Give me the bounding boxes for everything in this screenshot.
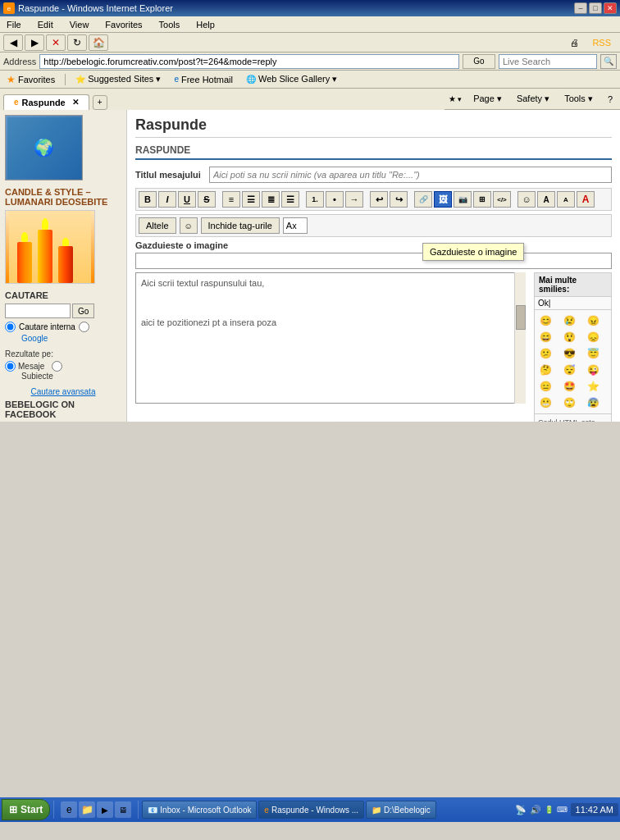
media-quick-icon[interactable]: ▶ — [97, 801, 113, 818]
align-right-button[interactable]: ≣ — [262, 191, 280, 208]
smiley-4[interactable]: 😄 — [538, 330, 553, 345]
add-favorites-icon[interactable]: ★▾ — [444, 94, 466, 104]
bold-button[interactable]: B — [139, 191, 157, 208]
smiley-5[interactable]: 😲 — [562, 330, 577, 345]
smiley-14[interactable]: 🤩 — [562, 379, 577, 394]
ie-search-input[interactable] — [499, 54, 597, 69]
smiles-button[interactable]: ☺ — [517, 191, 536, 208]
code-button[interactable]: </> — [493, 191, 511, 208]
safety-button[interactable]: Safety ▾ — [509, 90, 557, 108]
menu-help[interactable]: Help — [193, 18, 218, 31]
folder-quick-icon[interactable]: 📁 — [79, 801, 95, 818]
address-go-button[interactable]: Go — [463, 54, 495, 69]
editor-scrollbar[interactable] — [514, 272, 526, 404]
list-ol-button[interactable]: 1. — [306, 191, 324, 208]
indent-button[interactable]: → — [345, 191, 363, 208]
smiley-15[interactable]: ⭐ — [586, 379, 600, 394]
raspunde-label: RASPUNDE — [135, 144, 612, 160]
smiley-7[interactable]: 😕 — [538, 346, 553, 361]
redo-button[interactable]: ↪ — [390, 191, 408, 208]
justify-button[interactable]: ☰ — [281, 191, 299, 208]
show-desktop-icon[interactable]: 🖥 — [115, 801, 131, 818]
page-button[interactable]: Page ▾ — [466, 90, 509, 108]
outlook-taskbar-btn[interactable]: 📧 Inbox - Microsoft Outlook — [142, 801, 257, 819]
print-button[interactable]: 🖨 — [564, 34, 585, 51]
address-input[interactable] — [39, 54, 459, 69]
fb-link[interactable]: Bebelogic-Jucarii Din Lemn — [5, 421, 121, 422]
menu-view[interactable]: View — [66, 18, 93, 31]
stop-button[interactable]: ✕ — [46, 34, 66, 51]
ie-search-button[interactable]: 🔍 — [600, 54, 617, 69]
align-left-button[interactable]: ≡ — [222, 191, 240, 208]
forward-button[interactable]: ▶ — [25, 34, 44, 51]
sidebar-search-go[interactable]: Go — [72, 304, 94, 318]
table-button[interactable]: ⊞ — [473, 191, 491, 208]
ie-quick-icon[interactable]: e — [61, 801, 77, 818]
candle-image[interactable] — [5, 210, 95, 284]
smiley-6[interactable]: 😞 — [586, 330, 600, 345]
smiley-17[interactable]: 🙄 — [562, 395, 577, 410]
inchide-tag-button[interactable]: Inchide tag-urile — [201, 217, 280, 234]
tag-input[interactable] — [283, 217, 308, 234]
smiley-16[interactable]: 😬 — [538, 395, 553, 410]
smiley-3[interactable]: 😠 — [586, 313, 600, 328]
menu-favorites[interactable]: Favorites — [102, 18, 145, 31]
image-button[interactable]: 🖼 — [434, 191, 452, 208]
font-a3-button[interactable]: A — [577, 191, 595, 208]
results-subiecte-radio[interactable] — [52, 361, 62, 372]
results-mesaje-radio[interactable] — [5, 361, 16, 372]
close-button[interactable]: ✕ — [604, 2, 617, 14]
font-a1-button[interactable]: A — [537, 191, 555, 208]
home-button[interactable]: 🏠 — [89, 34, 108, 51]
altele-button[interactable]: Altele — [139, 217, 176, 234]
back-button[interactable]: ◀ — [3, 34, 23, 51]
link-button[interactable]: 🔗 — [414, 191, 432, 208]
smiley-2[interactable]: 😢 — [562, 313, 577, 328]
tools-button[interactable]: Tools ▾ — [557, 90, 600, 108]
title-input[interactable] — [209, 167, 612, 183]
strikethrough-button[interactable]: S — [198, 191, 216, 208]
img-host-input[interactable] — [135, 253, 612, 269]
align-center-button[interactable]: ☰ — [242, 191, 260, 208]
italic-button[interactable]: I — [158, 191, 176, 208]
font-a2-button[interactable]: A — [557, 191, 575, 208]
help-button[interactable]: ? — [600, 90, 620, 108]
web-slice-gallery-button[interactable]: 🌐 Web Slice Gallery ▾ — [243, 72, 340, 86]
advanced-search-link[interactable]: Cautare avansata — [5, 387, 121, 396]
maximize-button[interactable]: □ — [589, 2, 602, 14]
underline-button[interactable]: U — [178, 191, 196, 208]
search-google-radio[interactable] — [79, 322, 89, 332]
rss-button[interactable]: RSS — [586, 34, 617, 51]
smiley-13[interactable]: 😑 — [538, 379, 553, 394]
smiley-11[interactable]: 😴 — [562, 363, 577, 377]
tab-close-icon[interactable]: ✕ — [72, 98, 79, 107]
undo-button[interactable]: ↩ — [370, 191, 388, 208]
start-button[interactable]: ⊞ Start — [2, 799, 50, 820]
smiley-18[interactable]: 😰 — [586, 395, 600, 410]
image2-button[interactable]: 📷 — [454, 191, 472, 208]
suggested-sites-button[interactable]: ⭐ Suggested Sites ▾ — [72, 72, 164, 86]
free-hotmail-link[interactable]: e Free Hotmail — [171, 73, 236, 86]
fav-star-icon[interactable]: ★ Favorites — [3, 72, 58, 87]
smiley-1[interactable]: 😊 — [538, 313, 553, 328]
folder-taskbar-btn[interactable]: 📁 D:\Bebelogic — [366, 801, 436, 819]
sidebar: 🌍 CANDLE & STYLE – LUMANARI DEOSEBITE — [0, 110, 127, 422]
smiley-9[interactable]: 😇 — [586, 346, 600, 361]
ie-taskbar-btn[interactable]: e Raspunde - Windows ... — [258, 801, 364, 819]
editor-textarea[interactable]: Aici scrii textul raspunsului tau, aici … — [135, 272, 526, 404]
refresh-button[interactable]: ↻ — [67, 34, 87, 51]
list-ul-button[interactable]: • — [326, 191, 344, 208]
menu-edit[interactable]: Edit — [34, 18, 57, 31]
sidebar-search-input[interactable] — [5, 304, 71, 318]
smiley-picker-button[interactable]: ☺ — [180, 217, 198, 234]
search-internal-radio[interactable] — [5, 322, 16, 332]
scrollbar-thumb[interactable] — [516, 305, 526, 330]
menu-tools[interactable]: Tools — [156, 18, 184, 31]
raspunde-tab[interactable]: e Raspunde ✕ — [3, 94, 89, 111]
smiley-10[interactable]: 🤔 — [538, 363, 553, 377]
smiley-8[interactable]: 😎 — [562, 346, 577, 361]
menu-file[interactable]: File — [3, 18, 25, 31]
new-tab-button[interactable]: + — [93, 95, 107, 110]
smiley-12[interactable]: 😜 — [586, 363, 600, 377]
minimize-button[interactable]: – — [574, 2, 587, 14]
